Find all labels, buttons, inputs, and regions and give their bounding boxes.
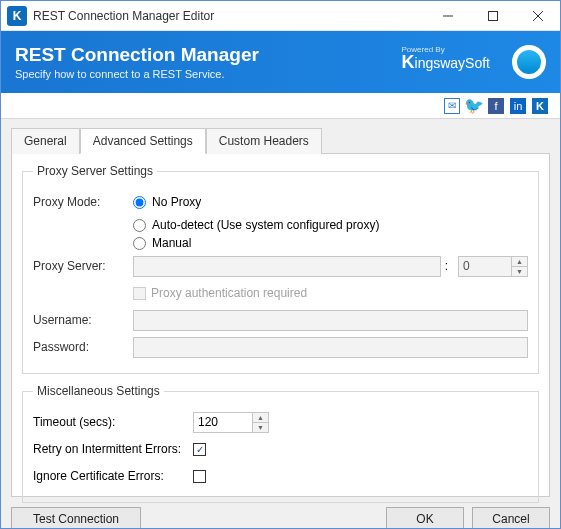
proxy-server-label: Proxy Server: [33,259,133,273]
linkedin-icon[interactable]: in [510,98,526,114]
proxy-auth-label: Proxy authentication required [151,286,307,300]
proxy-settings-legend: Proxy Server Settings [33,164,157,178]
app-icon: K [7,6,27,26]
brand-k: K [402,52,415,72]
maximize-icon [488,11,498,21]
maximize-button[interactable] [470,1,515,31]
header-title: REST Connection Manager [15,44,259,66]
tab-custom-headers[interactable]: Custom Headers [206,128,322,154]
radio-auto-detect[interactable] [133,219,146,232]
close-icon [533,11,543,21]
misc-settings-group: Miscellaneous Settings Timeout (secs): ▲… [22,384,539,503]
tab-advanced-settings[interactable]: Advanced Settings [80,128,206,154]
misc-settings-legend: Miscellaneous Settings [33,384,164,398]
header-banner: REST Connection Manager Specify how to c… [1,31,560,93]
username-input[interactable] [133,310,528,331]
tab-general[interactable]: General [11,128,80,154]
timeout-spinner[interactable]: ▲ ▼ [253,412,269,433]
username-label: Username: [33,313,133,327]
proxy-port-input[interactable] [458,256,512,277]
chevron-up-icon: ▲ [253,413,268,423]
chevron-down-icon: ▼ [253,423,268,432]
chevron-up-icon: ▲ [512,257,527,267]
ignore-cert-checkbox[interactable] [193,470,206,483]
proxy-settings-group: Proxy Server Settings Proxy Mode: No Pro… [22,164,539,374]
twitter-icon[interactable]: 🐦 [466,98,482,114]
proxy-mode-label: Proxy Mode: [33,195,133,209]
proxy-server-input[interactable] [133,256,441,277]
timeout-label: Timeout (secs): [33,415,193,429]
radio-manual-label: Manual [152,236,191,250]
cancel-button[interactable]: Cancel [472,507,550,529]
brand-logo: Powered By KingswaySoft [402,45,490,73]
proxy-port-spinner[interactable]: ▲ ▼ [512,256,528,277]
retry-label: Retry on Intermittent Errors: [33,442,193,456]
retry-checkbox[interactable]: ✓ [193,443,206,456]
radio-manual[interactable] [133,237,146,250]
titlebar: K REST Connection Manager Editor [1,1,560,31]
footer: Test Connection OK Cancel [1,497,560,529]
minimize-icon [443,11,453,21]
close-button[interactable] [515,1,560,31]
ignore-cert-label: Ignore Certificate Errors: [33,469,193,483]
minimize-button[interactable] [425,1,470,31]
test-connection-button[interactable]: Test Connection [11,507,141,529]
ok-button[interactable]: OK [386,507,464,529]
radio-no-proxy[interactable] [133,196,146,209]
proxy-auth-checkbox: Proxy authentication required [133,286,307,300]
timeout-input[interactable] [193,412,253,433]
checkbox-icon [133,287,146,300]
password-label: Password: [33,340,133,354]
password-input[interactable] [133,337,528,358]
brand-name: ingswaySoft [415,55,490,71]
tab-body: Proxy Server Settings Proxy Mode: No Pro… [11,153,550,497]
header-subtitle: Specify how to connect to a REST Service… [15,68,259,80]
facebook-icon[interactable]: f [488,98,504,114]
brand-circle-icon [512,45,546,79]
window-title: REST Connection Manager Editor [33,9,425,23]
mail-icon[interactable]: ✉ [444,98,460,114]
tab-bar: General Advanced Settings Custom Headers [11,127,550,153]
svg-rect-1 [488,11,497,20]
chevron-down-icon: ▼ [512,267,527,276]
port-separator: : [445,259,448,273]
radio-no-proxy-label: No Proxy [152,195,201,209]
radio-auto-detect-label: Auto-detect (Use system configured proxy… [152,218,379,232]
kingswaysoft-icon[interactable]: K [532,98,548,114]
social-bar: ✉ 🐦 f in K [1,93,560,119]
powered-by-label: Powered By [402,45,490,54]
